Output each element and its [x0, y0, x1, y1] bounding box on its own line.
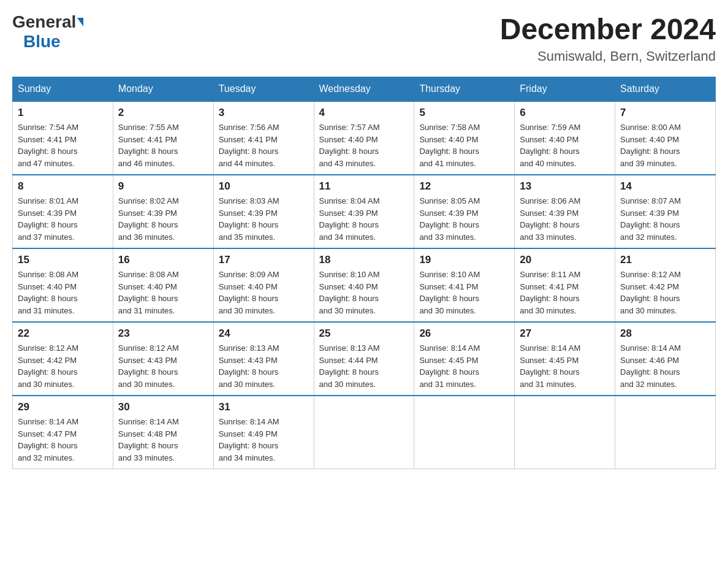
day-cell: 30 Sunrise: 8:14 AM Sunset: 4:48 PM Dayl… [113, 396, 213, 469]
day-cell [515, 396, 615, 469]
day-cell: 4 Sunrise: 7:57 AM Sunset: 4:40 PM Dayli… [314, 101, 414, 175]
day-cell: 22 Sunrise: 8:12 AM Sunset: 4:42 PM Dayl… [13, 322, 113, 396]
day-cell [314, 396, 414, 469]
day-info: Sunrise: 7:56 AM Sunset: 4:41 PM Dayligh… [219, 121, 309, 169]
col-sunday: Sunday [13, 77, 113, 102]
day-number: 7 [620, 107, 710, 119]
day-cell: 18 Sunrise: 8:10 AM Sunset: 4:40 PM Dayl… [314, 248, 414, 322]
day-cell: 13 Sunrise: 8:06 AM Sunset: 4:39 PM Dayl… [515, 175, 615, 248]
day-cell: 7 Sunrise: 8:00 AM Sunset: 4:40 PM Dayli… [615, 101, 716, 175]
day-number: 15 [18, 254, 108, 266]
day-info: Sunrise: 8:10 AM Sunset: 4:41 PM Dayligh… [419, 269, 509, 316]
col-friday: Friday [515, 77, 615, 102]
day-number: 18 [319, 254, 409, 266]
day-cell: 29 Sunrise: 8:14 AM Sunset: 4:47 PM Dayl… [13, 396, 113, 469]
day-number: 23 [118, 327, 208, 340]
day-info: Sunrise: 8:08 AM Sunset: 4:40 PM Dayligh… [18, 269, 108, 316]
day-cell [414, 396, 515, 469]
day-number: 31 [219, 401, 309, 413]
day-number: 16 [118, 254, 208, 266]
day-cell: 15 Sunrise: 8:08 AM Sunset: 4:40 PM Dayl… [13, 248, 113, 322]
day-info: Sunrise: 7:54 AM Sunset: 4:41 PM Dayligh… [18, 121, 108, 169]
day-cell: 3 Sunrise: 7:56 AM Sunset: 4:41 PM Dayli… [213, 101, 314, 175]
day-info: Sunrise: 7:55 AM Sunset: 4:41 PM Dayligh… [118, 121, 208, 169]
logo-general: General [12, 12, 76, 32]
day-info: Sunrise: 8:13 AM Sunset: 4:43 PM Dayligh… [219, 342, 309, 390]
day-number: 12 [419, 180, 509, 193]
header-row: Sunday Monday Tuesday Wednesday Thursday… [13, 77, 716, 102]
day-info: Sunrise: 8:05 AM Sunset: 4:39 PM Dayligh… [419, 195, 509, 243]
day-cell: 8 Sunrise: 8:01 AM Sunset: 4:39 PM Dayli… [13, 175, 113, 248]
day-cell: 9 Sunrise: 8:02 AM Sunset: 4:39 PM Dayli… [113, 175, 213, 248]
day-cell: 14 Sunrise: 8:07 AM Sunset: 4:39 PM Dayl… [615, 175, 716, 248]
day-info: Sunrise: 8:10 AM Sunset: 4:40 PM Dayligh… [319, 269, 409, 316]
day-number: 10 [219, 180, 309, 193]
col-monday: Monday [113, 77, 213, 102]
day-info: Sunrise: 8:06 AM Sunset: 4:39 PM Dayligh… [520, 195, 610, 243]
day-cell: 23 Sunrise: 8:12 AM Sunset: 4:43 PM Dayl… [113, 322, 213, 396]
week-row-4: 22 Sunrise: 8:12 AM Sunset: 4:42 PM Dayl… [13, 322, 716, 396]
location-label: Sumiswald, Bern, Switzerland [500, 48, 716, 64]
day-number: 6 [520, 107, 610, 119]
day-number: 13 [520, 180, 610, 193]
day-number: 19 [419, 254, 509, 266]
day-info: Sunrise: 8:08 AM Sunset: 4:40 PM Dayligh… [118, 269, 208, 316]
day-number: 17 [219, 254, 309, 266]
logo-blue: Blue [23, 32, 61, 51]
day-info: Sunrise: 7:59 AM Sunset: 4:40 PM Dayligh… [520, 121, 610, 169]
day-info: Sunrise: 8:09 AM Sunset: 4:40 PM Dayligh… [219, 269, 309, 316]
week-row-1: 1 Sunrise: 7:54 AM Sunset: 4:41 PM Dayli… [13, 101, 716, 175]
day-info: Sunrise: 8:12 AM Sunset: 4:42 PM Dayligh… [620, 269, 710, 316]
day-cell: 25 Sunrise: 8:13 AM Sunset: 4:44 PM Dayl… [314, 322, 414, 396]
col-saturday: Saturday [615, 77, 716, 102]
day-cell: 24 Sunrise: 8:13 AM Sunset: 4:43 PM Dayl… [213, 322, 314, 396]
day-cell: 17 Sunrise: 8:09 AM Sunset: 4:40 PM Dayl… [213, 248, 314, 322]
day-cell: 19 Sunrise: 8:10 AM Sunset: 4:41 PM Dayl… [414, 248, 515, 322]
month-title: December 2024 [500, 12, 716, 46]
day-cell: 5 Sunrise: 7:58 AM Sunset: 4:40 PM Dayli… [414, 101, 515, 175]
logo: General Blue [12, 12, 83, 52]
day-number: 2 [118, 107, 208, 119]
day-info: Sunrise: 8:14 AM Sunset: 4:45 PM Dayligh… [419, 342, 509, 390]
day-info: Sunrise: 8:03 AM Sunset: 4:39 PM Dayligh… [219, 195, 309, 243]
day-number: 30 [118, 401, 208, 413]
day-info: Sunrise: 8:04 AM Sunset: 4:39 PM Dayligh… [319, 195, 409, 243]
day-info: Sunrise: 8:07 AM Sunset: 4:39 PM Dayligh… [620, 195, 710, 243]
day-number: 5 [419, 107, 509, 119]
day-cell: 27 Sunrise: 8:14 AM Sunset: 4:45 PM Dayl… [515, 322, 615, 396]
day-number: 1 [18, 107, 108, 119]
day-cell: 28 Sunrise: 8:14 AM Sunset: 4:46 PM Dayl… [615, 322, 716, 396]
day-info: Sunrise: 8:14 AM Sunset: 4:49 PM Dayligh… [219, 416, 309, 464]
day-number: 25 [319, 327, 409, 340]
day-cell: 11 Sunrise: 8:04 AM Sunset: 4:39 PM Dayl… [314, 175, 414, 248]
day-number: 24 [219, 327, 309, 340]
day-cell: 26 Sunrise: 8:14 AM Sunset: 4:45 PM Dayl… [414, 322, 515, 396]
title-section: December 2024 Sumiswald, Bern, Switzerla… [500, 12, 716, 64]
day-cell [615, 396, 716, 469]
day-number: 28 [620, 327, 710, 340]
day-info: Sunrise: 8:13 AM Sunset: 4:44 PM Dayligh… [319, 342, 409, 390]
day-cell: 20 Sunrise: 8:11 AM Sunset: 4:41 PM Dayl… [515, 248, 615, 322]
week-row-5: 29 Sunrise: 8:14 AM Sunset: 4:47 PM Dayl… [13, 396, 716, 469]
day-info: Sunrise: 8:14 AM Sunset: 4:45 PM Dayligh… [520, 342, 610, 390]
col-tuesday: Tuesday [213, 77, 314, 102]
day-cell: 31 Sunrise: 8:14 AM Sunset: 4:49 PM Dayl… [213, 396, 314, 469]
col-wednesday: Wednesday [314, 77, 414, 102]
day-cell: 1 Sunrise: 7:54 AM Sunset: 4:41 PM Dayli… [13, 101, 113, 175]
day-info: Sunrise: 8:11 AM Sunset: 4:41 PM Dayligh… [520, 269, 610, 316]
week-row-3: 15 Sunrise: 8:08 AM Sunset: 4:40 PM Dayl… [13, 248, 716, 322]
day-number: 9 [118, 180, 208, 193]
day-number: 3 [219, 107, 309, 119]
calendar-table: Sunday Monday Tuesday Wednesday Thursday… [12, 77, 716, 469]
col-thursday: Thursday [414, 77, 515, 102]
day-info: Sunrise: 8:01 AM Sunset: 4:39 PM Dayligh… [18, 195, 108, 243]
day-info: Sunrise: 8:00 AM Sunset: 4:40 PM Dayligh… [620, 121, 710, 169]
page-header: General Blue December 2024 Sumiswald, Be… [12, 12, 716, 64]
day-number: 14 [620, 180, 710, 193]
day-number: 8 [18, 180, 108, 193]
day-number: 4 [319, 107, 409, 119]
day-info: Sunrise: 7:58 AM Sunset: 4:40 PM Dayligh… [419, 121, 509, 169]
day-cell: 10 Sunrise: 8:03 AM Sunset: 4:39 PM Dayl… [213, 175, 314, 248]
day-info: Sunrise: 8:14 AM Sunset: 4:48 PM Dayligh… [118, 416, 208, 464]
day-info: Sunrise: 8:14 AM Sunset: 4:46 PM Dayligh… [620, 342, 710, 390]
